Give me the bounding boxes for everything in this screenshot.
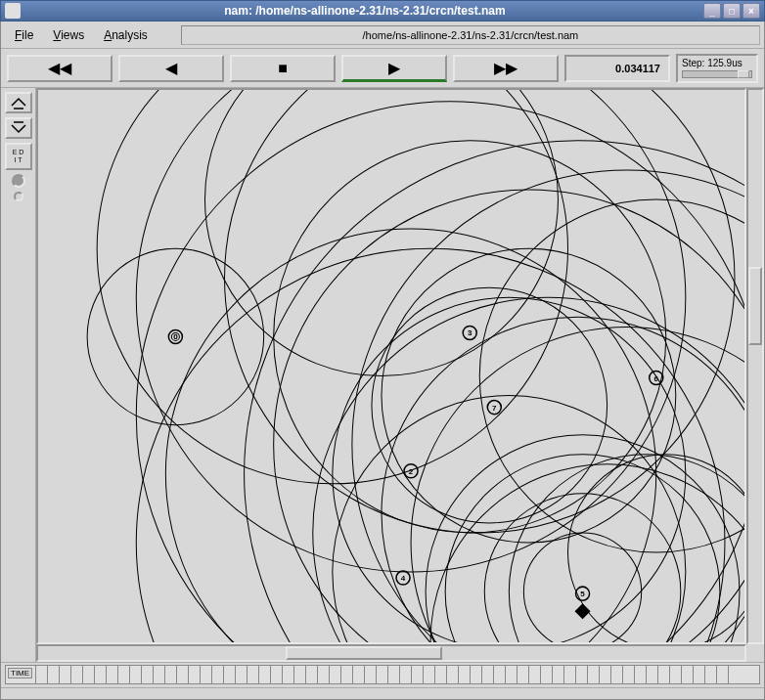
timeline-track[interactable]: TIME <box>5 665 760 684</box>
node-4[interactable]: 4 <box>396 571 410 585</box>
timeline-tick <box>47 666 48 683</box>
step-label: Step: 125.9us <box>682 58 752 68</box>
timeline-tick <box>258 666 259 683</box>
timeline-tick <box>35 666 36 683</box>
window-title: nam: /home/ns-allinone-2.31/ns-2.31/crcn… <box>26 4 703 18</box>
menu-file-rest: ile <box>22 28 33 42</box>
timeline-tick <box>106 666 107 683</box>
timeline-tick <box>141 666 142 683</box>
hscroll-thumb[interactable] <box>286 646 442 660</box>
main-area: E D I T 012345678 <box>1 88 764 662</box>
simulation-canvas[interactable]: 012345678 <box>36 88 746 644</box>
app-window: nam: /home/ns-allinone-2.31/ns-2.31/crcn… <box>0 0 765 700</box>
timeline-tick <box>387 666 388 683</box>
timeline-tick <box>129 666 130 683</box>
horizontal-scrollbar[interactable] <box>36 644 746 662</box>
close-button[interactable]: × <box>742 3 760 19</box>
titlebar[interactable]: nam: /home/ns-allinone-2.31/ns-2.31/crcn… <box>0 0 765 22</box>
timeline-tick <box>704 666 705 683</box>
node-label: 2 <box>409 467 414 476</box>
timeline-tick <box>188 666 189 683</box>
timeline-tick <box>434 666 435 683</box>
zoom-out-button[interactable] <box>5 117 32 139</box>
radio-1[interactable] <box>12 174 25 188</box>
node-5[interactable]: 5 <box>576 587 590 600</box>
range-circle <box>372 287 608 523</box>
timeline-tick <box>340 666 341 683</box>
timeline-tick <box>247 666 248 683</box>
vscroll-thumb[interactable] <box>748 267 762 345</box>
timeline-tick <box>622 666 623 683</box>
timeline-tick <box>82 666 83 683</box>
timeline-tick <box>223 666 224 683</box>
timeline-tick <box>211 666 212 683</box>
node-6[interactable]: 6 <box>650 372 663 385</box>
timeline-tick <box>411 666 412 683</box>
menu-file[interactable]: File <box>5 24 43 46</box>
timeline-tick <box>470 666 471 683</box>
timeline-tick <box>446 666 447 683</box>
timeline-tick <box>563 666 564 683</box>
edit-button[interactable]: E D I T <box>5 143 32 170</box>
node-label: 3 <box>468 328 472 337</box>
node-label: 4 <box>401 574 406 583</box>
play-button[interactable]: ▶ <box>341 55 447 82</box>
rewind-button[interactable]: ◀◀ <box>7 55 112 82</box>
node-label: 5 <box>580 590 585 598</box>
vertical-scrollbar[interactable] <box>746 88 764 644</box>
play-icon: ▶ <box>388 59 400 77</box>
timeline-tick <box>552 666 553 683</box>
timeline-tick <box>481 666 482 683</box>
left-panel: E D I T <box>1 88 36 662</box>
step-thumb[interactable] <box>738 70 749 78</box>
app-body: File Views Analysis ◀◀ ◀ ■ ▶ ▶▶ 0.034117… <box>0 22 765 700</box>
edit-label: E D I T <box>13 149 24 164</box>
menu-views-rest: iews <box>61 28 84 42</box>
radio-2[interactable] <box>14 192 23 201</box>
menu-views[interactable]: Views <box>43 24 94 46</box>
timeline-tick <box>657 666 658 683</box>
timeline-tick <box>153 666 154 683</box>
range-circle <box>479 199 744 552</box>
node-label: 7 <box>492 404 497 413</box>
toolbar: ◀◀ ◀ ■ ▶ ▶▶ 0.034117 Step: 125.9us <box>1 49 764 88</box>
window-controls: _ □ × <box>703 3 760 19</box>
stop-button[interactable]: ■ <box>230 55 336 82</box>
node-label: 6 <box>654 374 659 383</box>
range-circle <box>382 317 744 642</box>
simulation-svg: 012345678 <box>38 90 744 642</box>
menu-analysis[interactable]: Analysis <box>94 24 158 46</box>
timeline-tick <box>376 666 377 683</box>
path-input[interactable] <box>181 25 760 45</box>
node-0[interactable]: 0 <box>168 329 182 343</box>
node-3[interactable]: 3 <box>463 326 476 339</box>
timeline-tick <box>423 666 424 683</box>
range-circle <box>333 396 686 642</box>
timeline-tick <box>587 666 588 683</box>
fast-forward-button[interactable]: ▶▶ <box>453 55 559 82</box>
timeline-tick <box>94 666 95 683</box>
menubar: File Views Analysis <box>1 22 764 49</box>
zoom-in-button[interactable] <box>5 92 32 113</box>
step-back-icon: ◀ <box>165 59 177 77</box>
timeline-tick <box>505 666 506 683</box>
minimize-button[interactable]: _ <box>703 3 721 19</box>
timeline-tick <box>399 666 400 683</box>
zoom-in-icon <box>10 96 27 109</box>
node-2[interactable]: 2 <box>404 464 418 478</box>
timeline-tick <box>669 666 670 683</box>
canvas-row: 012345678 <box>36 88 764 644</box>
timeline-tick <box>528 666 529 683</box>
canvas-wrap: 012345678 <box>36 88 764 662</box>
step-back-button[interactable]: ◀ <box>118 55 224 82</box>
range-circle <box>484 494 681 642</box>
packet-marker <box>575 603 591 619</box>
range-circle <box>204 90 558 376</box>
timeline-tick <box>270 666 271 683</box>
timeline-tick <box>364 666 365 683</box>
step-slider[interactable] <box>682 70 752 78</box>
maximize-button[interactable]: □ <box>723 3 741 19</box>
timeline-tick <box>59 666 60 683</box>
node-7[interactable]: 7 <box>487 401 501 415</box>
zoom-out-icon <box>10 121 27 135</box>
